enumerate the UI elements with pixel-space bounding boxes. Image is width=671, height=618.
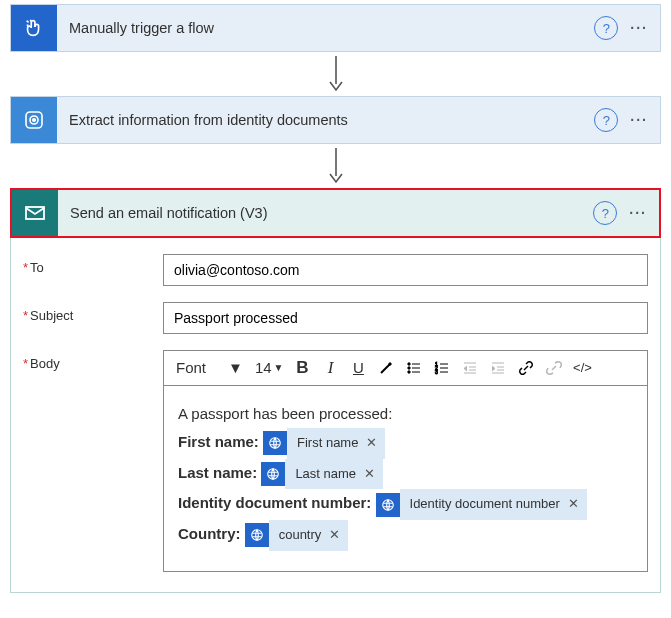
body-editor: Font▼ 14▼ B I U 123 </>: [163, 350, 648, 572]
step-label: Extract information from identity docume…: [57, 112, 594, 128]
dynamic-content-icon: [263, 431, 287, 455]
token-last-name[interactable]: Last name✕: [261, 459, 383, 490]
step-manual-trigger[interactable]: Manually trigger a flow ? ···: [10, 4, 661, 52]
token-first-name[interactable]: First name✕: [263, 428, 385, 459]
svg-point-7: [408, 366, 410, 368]
body-line-label: Last name:: [178, 464, 257, 481]
highlight-box: Send an email notification (V3) ? ···: [10, 188, 661, 238]
step-label: Send an email notification (V3): [58, 205, 593, 221]
svg-point-29: [251, 530, 262, 541]
code-view-button[interactable]: </>: [569, 355, 595, 381]
more-icon[interactable]: ···: [625, 205, 659, 221]
bullet-list-button[interactable]: [401, 355, 427, 381]
italic-button[interactable]: I: [317, 355, 343, 381]
color-button[interactable]: [373, 355, 399, 381]
link-button[interactable]: [513, 355, 539, 381]
editor-toolbar: Font▼ 14▼ B I U 123 </>: [164, 351, 647, 386]
dynamic-content-icon: [261, 462, 285, 486]
subject-label: *Subject: [23, 302, 163, 323]
subject-field[interactable]: [163, 302, 648, 334]
chevron-down-icon: ▼: [274, 362, 284, 373]
remove-icon[interactable]: ✕: [366, 431, 377, 456]
step-send-email[interactable]: Send an email notification (V3) ? ···: [12, 190, 659, 236]
svg-point-3: [33, 119, 36, 122]
number-list-button[interactable]: 123: [429, 355, 455, 381]
remove-icon[interactable]: ✕: [568, 492, 579, 517]
dynamic-content-icon: [376, 493, 400, 517]
step-send-email-panel: *To *Subject *Body Font▼ 14▼ B I U: [10, 236, 661, 593]
svg-point-28: [382, 499, 393, 510]
ai-builder-icon: [11, 97, 57, 143]
unlink-button[interactable]: [541, 355, 567, 381]
help-icon[interactable]: ?: [594, 108, 618, 132]
more-icon[interactable]: ···: [626, 20, 660, 36]
to-field[interactable]: [163, 254, 648, 286]
chevron-down-icon: ▼: [228, 359, 243, 376]
body-line-label: Identity document number:: [178, 495, 371, 512]
svg-text:3: 3: [435, 369, 438, 375]
help-icon[interactable]: ?: [593, 201, 617, 225]
svg-point-26: [270, 438, 281, 449]
svg-point-27: [268, 469, 279, 480]
bold-button[interactable]: B: [289, 355, 315, 381]
token-country[interactable]: country✕: [245, 520, 349, 551]
more-icon[interactable]: ···: [626, 112, 660, 128]
to-label: *To: [23, 254, 163, 275]
step-label: Manually trigger a flow: [57, 20, 594, 36]
mail-icon: [12, 190, 58, 236]
underline-button[interactable]: U: [345, 355, 371, 381]
body-line-label: First name:: [178, 433, 259, 450]
flow-canvas: Manually trigger a flow ? ··· Extract in…: [0, 0, 671, 597]
outdent-button[interactable]: [457, 355, 483, 381]
touch-icon: [11, 5, 57, 51]
body-label: *Body: [23, 350, 163, 371]
svg-point-8: [408, 370, 410, 372]
arrow-icon: [10, 146, 661, 186]
help-icon[interactable]: ?: [594, 16, 618, 40]
size-select[interactable]: 14▼: [251, 355, 288, 381]
font-select[interactable]: Font▼: [170, 355, 249, 381]
indent-button[interactable]: [485, 355, 511, 381]
step-extract-identity[interactable]: Extract information from identity docume…: [10, 96, 661, 144]
token-id-number[interactable]: Identity document number✕: [376, 489, 587, 520]
body-line-label: Country:: [178, 525, 241, 542]
remove-icon[interactable]: ✕: [329, 523, 340, 548]
remove-icon[interactable]: ✕: [364, 462, 375, 487]
dynamic-content-icon: [245, 523, 269, 547]
body-intro: A passport has been processed:: [178, 400, 633, 429]
svg-point-6: [408, 362, 410, 364]
arrow-icon: [10, 54, 661, 94]
body-content[interactable]: A passport has been processed: First nam…: [164, 386, 647, 571]
